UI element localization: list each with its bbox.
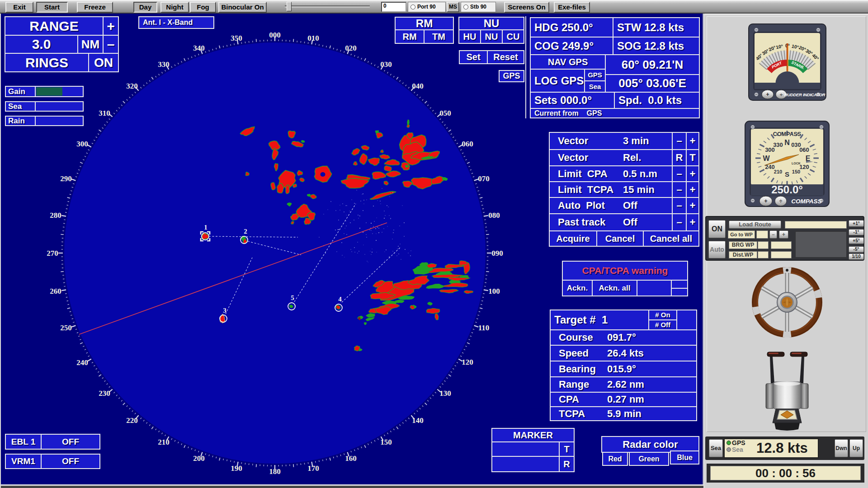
svg-text:COMPASS: COMPASS <box>791 198 821 205</box>
svg-text:W: W <box>763 155 770 162</box>
svg-text:010: 010 <box>307 34 319 42</box>
svg-text:150: 150 <box>380 438 392 446</box>
svg-text:120: 120 <box>462 358 473 366</box>
svg-text:090: 090 <box>491 249 503 258</box>
svg-text:÷: ÷ <box>780 92 783 97</box>
svg-text:+: + <box>766 91 769 98</box>
svg-text:÷: ÷ <box>779 198 783 204</box>
svg-text:5: 5 <box>291 294 294 301</box>
svg-text:260: 260 <box>50 287 61 296</box>
svg-text:310: 310 <box>99 109 110 117</box>
svg-text:110: 110 <box>478 324 490 332</box>
svg-text:060: 060 <box>462 140 473 148</box>
svg-text:080: 080 <box>488 211 500 220</box>
svg-text:280: 280 <box>50 211 61 220</box>
svg-text:3: 3 <box>223 307 226 314</box>
svg-text:210: 210 <box>158 438 170 446</box>
svg-text:250: 250 <box>60 324 72 332</box>
svg-text:N: N <box>784 139 790 146</box>
svg-text:220: 220 <box>126 416 138 425</box>
svg-text:240: 240 <box>76 358 88 367</box>
svg-text:130: 130 <box>439 389 451 398</box>
svg-text:180: 180 <box>269 467 281 476</box>
svg-text:S: S <box>785 170 789 178</box>
svg-text:060: 060 <box>799 146 809 153</box>
svg-text:+: + <box>764 197 768 204</box>
svg-text:120: 120 <box>799 164 809 170</box>
svg-text:LOCK: LOCK <box>792 162 801 165</box>
svg-text:050: 050 <box>439 109 451 117</box>
svg-text:290: 290 <box>60 174 72 183</box>
svg-text:330: 330 <box>158 60 170 69</box>
svg-text:000: 000 <box>269 31 281 39</box>
svg-text:190: 190 <box>231 464 242 473</box>
svg-text:4: 4 <box>338 296 342 303</box>
svg-text:170: 170 <box>307 464 319 473</box>
svg-text:E: E <box>806 155 811 162</box>
svg-text:RUDDER INDICATOR: RUDDER INDICATOR <box>784 92 826 97</box>
svg-text:2: 2 <box>244 228 247 235</box>
svg-text:320: 320 <box>126 82 138 90</box>
svg-text:140: 140 <box>412 416 424 425</box>
svg-text:340: 340 <box>193 44 205 52</box>
svg-text:160: 160 <box>345 454 357 463</box>
svg-text:030: 030 <box>380 60 392 69</box>
svg-text:070: 070 <box>478 174 490 183</box>
svg-text:020: 020 <box>345 44 357 52</box>
svg-text:COMPASS: COMPASS <box>773 131 801 137</box>
svg-text:300: 300 <box>765 146 775 153</box>
svg-text:240: 240 <box>765 164 775 170</box>
svg-text:250.0°: 250.0° <box>771 183 803 196</box>
svg-text:1: 1 <box>204 224 208 231</box>
svg-text:200: 200 <box>193 454 205 463</box>
svg-text:300: 300 <box>76 140 88 148</box>
svg-text:210: 210 <box>774 169 782 174</box>
svg-text:100: 100 <box>488 287 500 296</box>
svg-text:040: 040 <box>412 82 424 90</box>
svg-text:270: 270 <box>47 249 58 258</box>
svg-text:230: 230 <box>99 389 110 398</box>
svg-text:350: 350 <box>231 34 242 42</box>
